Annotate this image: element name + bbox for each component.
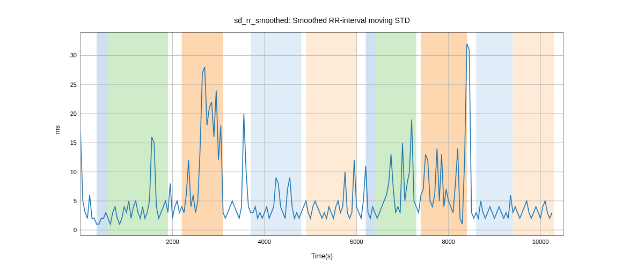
line-chart	[80, 32, 564, 236]
y-tick-label: 0	[61, 227, 77, 233]
x-tick-label: 8000	[435, 239, 462, 245]
region-band	[108, 32, 167, 236]
region-band	[513, 32, 554, 236]
x-tick-label: 6000	[343, 239, 370, 245]
x-tick-label: 2000	[159, 239, 186, 245]
y-tick-label: 10	[61, 169, 77, 175]
x-axis-label: Time(s)	[0, 252, 644, 260]
y-tick-label: 25	[61, 81, 77, 88]
region-band	[97, 32, 108, 236]
y-tick-label: 15	[61, 139, 77, 146]
chart-area	[80, 32, 564, 236]
y-tick-label: 20	[61, 110, 77, 117]
chart-title: sd_rr_smoothed: Smoothed RR-interval mov…	[0, 16, 644, 25]
y-tick-label: 5	[61, 198, 77, 204]
y-tick-label: 30	[61, 52, 77, 58]
region-band	[251, 32, 301, 236]
x-tick-label: 4000	[251, 239, 278, 245]
x-tick-label: 10000	[527, 239, 554, 245]
y-axis-label: ms	[54, 125, 61, 134]
region-band	[375, 32, 416, 236]
region-band	[182, 32, 223, 236]
region-band	[365, 32, 375, 236]
